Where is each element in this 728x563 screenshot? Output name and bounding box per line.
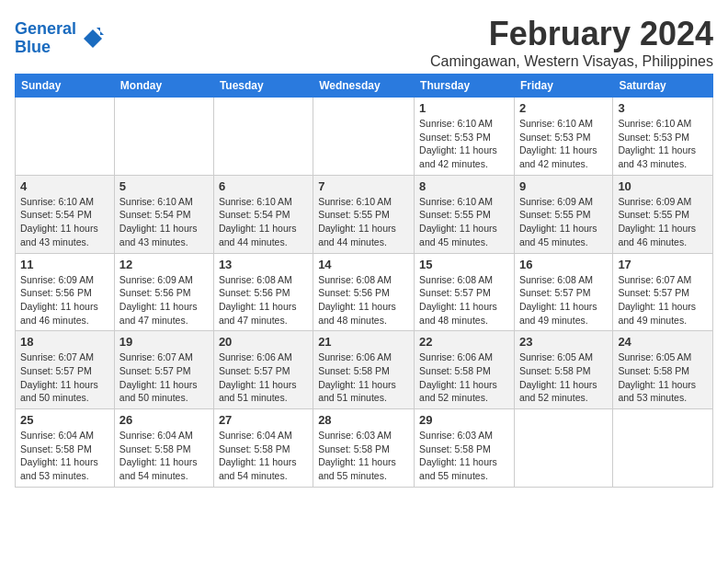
calendar-body: 1Sunrise: 6:10 AM Sunset: 5:53 PM Daylig… (16, 98, 713, 488)
day-number: 18 (20, 335, 109, 349)
calendar-cell: 23Sunrise: 6:05 AM Sunset: 5:58 PM Dayli… (514, 331, 612, 409)
day-number: 5 (119, 179, 209, 193)
calendar-week-2: 11Sunrise: 6:09 AM Sunset: 5:56 PM Dayli… (16, 253, 713, 331)
day-info: Sunrise: 6:06 AM Sunset: 5:58 PM Dayligh… (318, 350, 409, 405)
day-number: 15 (419, 258, 509, 271)
day-number: 29 (419, 413, 509, 427)
day-number: 19 (119, 335, 209, 349)
logo-icon (80, 26, 106, 52)
day-info: Sunrise: 6:06 AM Sunset: 5:57 PM Dayligh… (219, 350, 308, 405)
calendar-cell: 12Sunrise: 6:09 AM Sunset: 5:56 PM Dayli… (114, 253, 213, 331)
calendar-cell: 21Sunrise: 6:06 AM Sunset: 5:58 PM Dayli… (313, 331, 415, 409)
calendar-cell: 13Sunrise: 6:08 AM Sunset: 5:56 PM Dayli… (213, 253, 313, 331)
calendar-cell: 27Sunrise: 6:04 AM Sunset: 5:58 PM Dayli… (213, 409, 313, 488)
day-info: Sunrise: 6:08 AM Sunset: 5:56 PM Dayligh… (219, 273, 308, 327)
logo-text: General Blue (15, 20, 76, 57)
calendar-cell (514, 409, 612, 488)
day-info: Sunrise: 6:10 AM Sunset: 5:53 PM Dayligh… (519, 117, 608, 171)
day-info: Sunrise: 6:04 AM Sunset: 5:58 PM Dayligh… (219, 429, 308, 483)
day-header-saturday: Saturday (613, 75, 713, 98)
day-number: 11 (20, 258, 109, 271)
title-area: February 2024 Camingawan, Western Visaya… (430, 15, 713, 70)
subtitle: Camingawan, Western Visayas, Philippines (430, 53, 713, 70)
calendar-cell: 11Sunrise: 6:09 AM Sunset: 5:56 PM Dayli… (16, 253, 115, 331)
day-number: 14 (318, 258, 409, 271)
day-number: 27 (219, 413, 308, 427)
calendar-cell: 8Sunrise: 6:10 AM Sunset: 5:55 PM Daylig… (415, 175, 515, 253)
calendar-cell: 1Sunrise: 6:10 AM Sunset: 5:53 PM Daylig… (415, 98, 515, 176)
calendar-cell: 16Sunrise: 6:08 AM Sunset: 5:57 PM Dayli… (514, 253, 612, 331)
day-header-friday: Friday (514, 75, 612, 98)
day-info: Sunrise: 6:08 AM Sunset: 5:56 PM Dayligh… (318, 273, 409, 327)
day-number: 21 (318, 335, 409, 349)
calendar-cell: 19Sunrise: 6:07 AM Sunset: 5:57 PM Dayli… (114, 331, 213, 409)
day-info: Sunrise: 6:05 AM Sunset: 5:58 PM Dayligh… (519, 350, 608, 405)
day-info: Sunrise: 6:05 AM Sunset: 5:58 PM Dayligh… (618, 350, 708, 405)
calendar-cell (313, 98, 415, 176)
logo: General Blue (15, 20, 106, 57)
calendar-header-row: SundayMondayTuesdayWednesdayThursdayFrid… (16, 75, 713, 98)
day-info: Sunrise: 6:03 AM Sunset: 5:58 PM Dayligh… (318, 429, 409, 483)
calendar-cell: 17Sunrise: 6:07 AM Sunset: 5:57 PM Dayli… (613, 253, 713, 331)
calendar-cell: 28Sunrise: 6:03 AM Sunset: 5:58 PM Dayli… (313, 409, 415, 488)
calendar-cell: 29Sunrise: 6:03 AM Sunset: 5:58 PM Dayli… (415, 409, 515, 488)
day-number: 23 (519, 335, 608, 349)
day-number: 8 (419, 179, 509, 193)
day-info: Sunrise: 6:09 AM Sunset: 5:55 PM Dayligh… (519, 195, 608, 249)
calendar-cell: 9Sunrise: 6:09 AM Sunset: 5:55 PM Daylig… (514, 175, 612, 253)
svg-marker-1 (97, 28, 104, 35)
calendar-week-0: 1Sunrise: 6:10 AM Sunset: 5:53 PM Daylig… (16, 98, 713, 176)
day-info: Sunrise: 6:10 AM Sunset: 5:53 PM Dayligh… (618, 117, 708, 171)
calendar-cell: 25Sunrise: 6:04 AM Sunset: 5:58 PM Dayli… (16, 409, 115, 488)
day-number: 12 (119, 258, 209, 271)
calendar-cell (213, 98, 313, 176)
day-info: Sunrise: 6:06 AM Sunset: 5:58 PM Dayligh… (419, 350, 509, 405)
day-header-monday: Monday (114, 75, 213, 98)
day-number: 3 (618, 101, 708, 115)
day-info: Sunrise: 6:07 AM Sunset: 5:57 PM Dayligh… (119, 350, 209, 405)
page-header: General Blue February 2024 Camingawan, W… (15, 15, 713, 70)
calendar-cell: 4Sunrise: 6:10 AM Sunset: 5:54 PM Daylig… (16, 175, 115, 253)
day-info: Sunrise: 6:04 AM Sunset: 5:58 PM Dayligh… (20, 429, 109, 483)
day-number: 17 (618, 258, 708, 271)
main-title: February 2024 (430, 15, 713, 53)
day-header-thursday: Thursday (415, 75, 515, 98)
day-info: Sunrise: 6:10 AM Sunset: 5:55 PM Dayligh… (419, 195, 509, 249)
day-number: 4 (20, 179, 109, 193)
day-number: 10 (618, 179, 708, 193)
day-number: 9 (519, 179, 608, 193)
day-number: 25 (20, 413, 109, 427)
day-number: 7 (318, 179, 409, 193)
day-number: 28 (318, 413, 409, 427)
calendar-week-3: 18Sunrise: 6:07 AM Sunset: 5:57 PM Dayli… (16, 331, 713, 409)
day-info: Sunrise: 6:09 AM Sunset: 5:56 PM Dayligh… (119, 273, 209, 327)
day-info: Sunrise: 6:04 AM Sunset: 5:58 PM Dayligh… (119, 429, 209, 483)
day-number: 1 (419, 101, 509, 115)
day-header-sunday: Sunday (16, 75, 115, 98)
day-info: Sunrise: 6:09 AM Sunset: 5:55 PM Dayligh… (618, 195, 708, 249)
day-info: Sunrise: 6:10 AM Sunset: 5:53 PM Dayligh… (419, 117, 509, 171)
calendar-cell: 18Sunrise: 6:07 AM Sunset: 5:57 PM Dayli… (16, 331, 115, 409)
day-number: 6 (219, 179, 308, 193)
day-number: 16 (519, 258, 608, 271)
calendar-cell: 20Sunrise: 6:06 AM Sunset: 5:57 PM Dayli… (213, 331, 313, 409)
day-info: Sunrise: 6:08 AM Sunset: 5:57 PM Dayligh… (419, 273, 509, 327)
day-number: 20 (219, 335, 308, 349)
calendar-cell: 3Sunrise: 6:10 AM Sunset: 5:53 PM Daylig… (613, 98, 713, 176)
day-header-wednesday: Wednesday (313, 75, 415, 98)
day-info: Sunrise: 6:10 AM Sunset: 5:55 PM Dayligh… (318, 195, 409, 249)
calendar-cell: 10Sunrise: 6:09 AM Sunset: 5:55 PM Dayli… (613, 175, 713, 253)
day-info: Sunrise: 6:08 AM Sunset: 5:57 PM Dayligh… (519, 273, 608, 327)
day-number: 13 (219, 258, 308, 271)
calendar-cell (613, 409, 713, 488)
calendar-cell: 22Sunrise: 6:06 AM Sunset: 5:58 PM Dayli… (415, 331, 515, 409)
calendar-table: SundayMondayTuesdayWednesdayThursdayFrid… (15, 74, 713, 488)
day-number: 26 (119, 413, 209, 427)
calendar-cell: 6Sunrise: 6:10 AM Sunset: 5:54 PM Daylig… (213, 175, 313, 253)
calendar-cell: 5Sunrise: 6:10 AM Sunset: 5:54 PM Daylig… (114, 175, 213, 253)
calendar-cell: 24Sunrise: 6:05 AM Sunset: 5:58 PM Dayli… (613, 331, 713, 409)
calendar-week-1: 4Sunrise: 6:10 AM Sunset: 5:54 PM Daylig… (16, 175, 713, 253)
calendar-cell (114, 98, 213, 176)
day-info: Sunrise: 6:07 AM Sunset: 5:57 PM Dayligh… (20, 350, 109, 405)
day-info: Sunrise: 6:10 AM Sunset: 5:54 PM Dayligh… (219, 195, 308, 249)
